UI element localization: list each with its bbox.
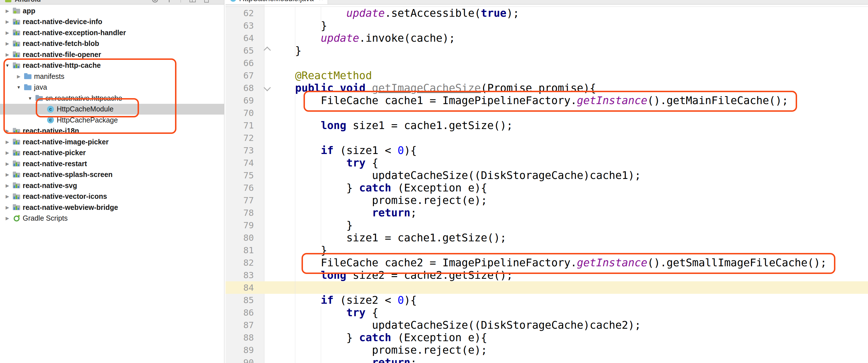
- code-line-74[interactable]: try {: [270, 157, 827, 169]
- module-icon: [12, 138, 21, 146]
- line-number: 68: [225, 82, 264, 94]
- code-line-66[interactable]: [270, 57, 827, 69]
- indent-guide: [321, 157, 321, 244]
- code-line-83[interactable]: long size2 = cache2.getSize();: [270, 269, 827, 281]
- tree-item-react-native-svg[interactable]: ▶react-native-svg: [0, 180, 224, 191]
- code-line-63[interactable]: }: [270, 19, 827, 32]
- folder-icon: [24, 72, 32, 80]
- code-line-79[interactable]: }: [270, 219, 827, 231]
- chevron-right-icon[interactable]: ▶: [2, 161, 12, 166]
- tree-item-label: java: [34, 83, 47, 91]
- chevron-right-icon[interactable]: ▶: [2, 150, 12, 156]
- code-line-90[interactable]: return;: [270, 356, 827, 363]
- chevron-right-icon[interactable]: ▶: [2, 41, 12, 46]
- code-line-67[interactable]: @ReactMethod: [270, 69, 827, 82]
- android-studio-window: Android ▶app▶react-native-device-info▶re…: [0, 0, 868, 363]
- line-number: 75: [225, 169, 264, 182]
- tab-httpcachemodule-java[interactable]: HttpCacheModule.java ×: [225, 0, 328, 4]
- tree-item-httpcachepackage[interactable]: HttpCachePackage: [0, 114, 224, 126]
- code-line-85[interactable]: if (size2 < 0){: [270, 294, 827, 306]
- tree-item-react-native-picker[interactable]: ▶react-native-picker: [0, 147, 224, 159]
- code-line-88[interactable]: } catch (Exception e){: [270, 331, 827, 344]
- code-line-69[interactable]: FileCache cache1 = ImagePipelineFactory.…: [270, 94, 827, 107]
- code-line-82[interactable]: FileCache cache2 = ImagePipelineFactory.…: [270, 256, 827, 269]
- line-number: 84: [225, 281, 264, 294]
- plus-icon[interactable]: [166, 0, 172, 2]
- editor-area: 6263646566676869707172737475767778798081…: [225, 0, 868, 363]
- chevron-right-icon[interactable]: ▶: [2, 194, 12, 199]
- code-text[interactable]: update.setAccessible(true); } update.inv…: [270, 7, 827, 363]
- tree-item-java[interactable]: ▼java: [0, 82, 224, 93]
- code-line-81[interactable]: }: [270, 244, 827, 256]
- module-icon: [12, 127, 21, 135]
- code-line-87[interactable]: updateCacheSize((DiskStorageCache)cache2…: [270, 319, 827, 331]
- code-line-72[interactable]: [270, 132, 827, 144]
- chevron-right-icon[interactable]: ▶: [13, 74, 24, 79]
- tree-item-label: react-native-fetch-blob: [23, 39, 99, 47]
- code-line-86[interactable]: try {: [270, 306, 827, 319]
- code-line-70[interactable]: [270, 107, 827, 119]
- tree-item-react-native-splash-screen[interactable]: ▶react-native-splash-screen: [0, 169, 224, 180]
- module-icon: [12, 18, 21, 26]
- code-line-68[interactable]: public void getImageCacheSize(Promise pr…: [270, 82, 827, 94]
- line-number: 71: [225, 119, 264, 132]
- tree-item-react-native-file-opener[interactable]: ▶react-native-file-opener: [0, 49, 224, 60]
- tree-item-label: app: [23, 7, 35, 15]
- line-number: 72: [225, 132, 264, 144]
- tree-item-react-native-i18n[interactable]: ▶react-native-i18n: [0, 126, 224, 137]
- tree-item-cn-reactnative-httpcache[interactable]: ▼cn.reactnative.httpcache: [0, 93, 224, 104]
- tree-item-react-native-exception-handler[interactable]: ▶react-native-exception-handler: [0, 27, 224, 38]
- tree-item-label: react-native-image-picker: [23, 138, 108, 146]
- module-icon: [12, 149, 21, 157]
- code-line-73[interactable]: if (size1 < 0){: [270, 144, 827, 157]
- tree-item-react-native-http-cache[interactable]: ▼react-native-http-cache: [0, 60, 224, 71]
- chevron-right-icon[interactable]: ▶: [2, 8, 12, 13]
- tree-item-react-native-image-picker[interactable]: ▶react-native-image-picker: [0, 136, 224, 147]
- project-view-title[interactable]: Android: [15, 0, 41, 3]
- code-line-80[interactable]: size1 = cache1.getSize();: [270, 231, 827, 244]
- chevron-right-icon[interactable]: ▶: [2, 30, 12, 35]
- module-icon: [12, 182, 21, 190]
- tree-item-label: react-native-svg: [23, 182, 77, 190]
- tree-item-label: react-native-webview-bridge: [23, 203, 118, 211]
- chevron-right-icon[interactable]: ▶: [2, 216, 12, 221]
- gear-icon[interactable]: [152, 0, 158, 3]
- chevron-down-icon[interactable]: ▼: [25, 96, 35, 101]
- chevron-right-icon[interactable]: ▶: [2, 205, 12, 210]
- chevron-right-icon[interactable]: ▶: [2, 183, 12, 188]
- tree-item-httpcachemodule[interactable]: HttpCacheModule: [0, 104, 224, 115]
- code-line-65[interactable]: }: [270, 44, 827, 57]
- code-line-75[interactable]: updateCacheSize((DiskStorageCache)cache1…: [270, 169, 827, 182]
- tree-item-app[interactable]: ▶app: [0, 5, 224, 16]
- chevron-right-icon[interactable]: ▶: [2, 172, 12, 177]
- project-tool-window: Android ▶app▶react-native-device-info▶re…: [0, 0, 224, 363]
- line-number: 70: [225, 107, 264, 119]
- gradle-icon: [12, 214, 21, 222]
- tree-item-react-native-fetch-blob[interactable]: ▶react-native-fetch-blob: [0, 38, 224, 50]
- code-line-64[interactable]: update.invoke(cache);: [270, 32, 827, 44]
- tree-item-react-native-restart[interactable]: ▶react-native-restart: [0, 158, 224, 169]
- tree-item-react-native-vector-icons[interactable]: ▶react-native-vector-icons: [0, 191, 224, 202]
- chevron-right-icon[interactable]: ▶: [2, 128, 12, 134]
- code-line-89[interactable]: promise.reject(e);: [270, 344, 827, 356]
- code-line-71[interactable]: long size1 = cache1.getSize();: [270, 119, 827, 132]
- code-line-77[interactable]: promise.reject(e);: [270, 194, 827, 206]
- sidebar-icon[interactable]: [204, 0, 209, 3]
- close-icon[interactable]: ×: [319, 0, 323, 3]
- tree-item-gradle-scripts[interactable]: ▶Gradle Scripts: [0, 213, 224, 224]
- chevron-down-icon[interactable]: ▼: [2, 63, 12, 68]
- tree-item-react-native-device-info[interactable]: ▶react-native-device-info: [0, 16, 224, 28]
- line-number: 78: [225, 206, 264, 219]
- chevron-right-icon[interactable]: ▶: [2, 52, 12, 57]
- chevron-right-icon[interactable]: ▶: [2, 139, 12, 145]
- code-line-62[interactable]: update.setAccessible(true);: [270, 7, 827, 19]
- class-icon: [46, 105, 55, 113]
- code-line-84[interactable]: [270, 281, 827, 294]
- tree-item-manifests[interactable]: ▶manifests: [0, 71, 224, 82]
- chevron-down-icon[interactable]: ▼: [13, 85, 24, 90]
- code-line-76[interactable]: } catch (Exception e){: [270, 182, 827, 194]
- tree-item-react-native-webview-bridge[interactable]: ▶react-native-webview-bridge: [0, 202, 224, 213]
- windows-icon[interactable]: [189, 0, 196, 2]
- code-line-78[interactable]: return;: [270, 206, 827, 219]
- chevron-right-icon[interactable]: ▶: [2, 19, 12, 24]
